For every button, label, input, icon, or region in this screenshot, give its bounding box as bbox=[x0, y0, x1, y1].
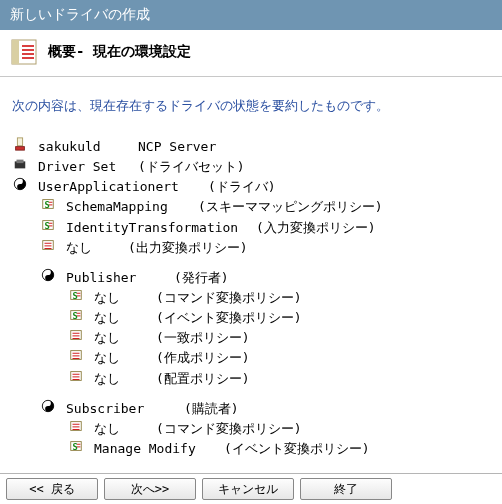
policy-icon bbox=[68, 369, 88, 385]
tree-row: S なし (イベント変換ポリシー) bbox=[12, 308, 490, 328]
policy-name: なし bbox=[94, 328, 156, 348]
yinyang-icon bbox=[40, 399, 60, 415]
title-text: 新しいドライバの作成 bbox=[10, 6, 150, 24]
tree-row: なし (一致ポリシー) bbox=[12, 328, 490, 348]
policy-desc: (一致ポリシー) bbox=[156, 328, 250, 348]
header-row: 概要- 現在の環境設定 bbox=[0, 30, 502, 77]
svg-rect-1 bbox=[12, 40, 19, 64]
driver-name: UserApplicationert bbox=[38, 177, 208, 197]
driverset-icon bbox=[12, 157, 32, 173]
content-area: 次の内容は、現在存在するドライバの状態を要約したものです。 sakukuld N… bbox=[0, 77, 502, 459]
summary-tree: sakukuld NCP Server Driver Set (ドライバセット)… bbox=[12, 137, 490, 459]
script-icon bbox=[10, 38, 38, 66]
tree-row-subscriber: Subscriber (購読者) bbox=[12, 399, 490, 419]
publisher-name: Publisher bbox=[66, 268, 174, 288]
server-name: sakukuld bbox=[38, 137, 138, 157]
server-desc: NCP Server bbox=[138, 137, 216, 157]
policy-icon bbox=[68, 348, 88, 364]
back-button[interactable]: << 戻る bbox=[6, 478, 98, 500]
tree-row: S Manage Modify (イベント変換ポリシー) bbox=[12, 439, 490, 459]
policy-icon: S bbox=[68, 288, 88, 304]
policy-name: なし bbox=[94, 308, 156, 328]
tree-row-publisher: Publisher (発行者) bbox=[12, 268, 490, 288]
next-button[interactable]: 次へ>> bbox=[104, 478, 196, 500]
policy-icon: S bbox=[68, 439, 88, 455]
finish-button[interactable]: 終了 bbox=[300, 478, 392, 500]
server-icon bbox=[12, 137, 32, 153]
policy-icon bbox=[68, 419, 88, 435]
tree-row-server: sakukuld NCP Server bbox=[12, 137, 490, 157]
policy-icon bbox=[68, 328, 88, 344]
cancel-button[interactable]: キャンセル bbox=[202, 478, 294, 500]
policy-name: IdentityTransformation bbox=[66, 218, 256, 238]
policy-icon bbox=[40, 238, 60, 254]
policy-name: なし bbox=[94, 288, 156, 308]
tree-row: S なし (コマンド変換ポリシー) bbox=[12, 288, 490, 308]
subscriber-desc: (購読者) bbox=[184, 399, 239, 419]
tree-row: S IdentityTransformation (入力変換ポリシー) bbox=[12, 218, 490, 238]
header-text: 概要- 現在の環境設定 bbox=[48, 43, 191, 61]
policy-desc: (配置ポリシー) bbox=[156, 369, 250, 389]
policy-desc: (イベント変換ポリシー) bbox=[156, 308, 302, 328]
tree-row: なし (出力変換ポリシー) bbox=[12, 238, 490, 258]
policy-icon: S bbox=[40, 197, 60, 213]
policy-icon: S bbox=[68, 308, 88, 324]
policy-name: Manage Modify bbox=[94, 439, 224, 459]
policy-name: なし bbox=[94, 369, 156, 389]
policy-desc: (イベント変換ポリシー) bbox=[224, 439, 370, 459]
policy-name: なし bbox=[66, 238, 128, 258]
policy-desc: (入力変換ポリシー) bbox=[256, 218, 376, 238]
policy-name: なし bbox=[94, 419, 156, 439]
policy-desc: (出力変換ポリシー) bbox=[128, 238, 248, 258]
tree-row-driver: UserApplicationert (ドライバ) bbox=[12, 177, 490, 197]
intro-text: 次の内容は、現在存在するドライバの状態を要約したものです。 bbox=[12, 97, 490, 115]
policy-name: SchemaMapping bbox=[66, 197, 198, 217]
yinyang-icon bbox=[40, 268, 60, 284]
svg-rect-9 bbox=[17, 160, 24, 164]
policy-desc: (スキーママッピングポリシー) bbox=[198, 197, 383, 217]
tree-row-driverset: Driver Set (ドライバセット) bbox=[12, 157, 490, 177]
tree-row: S SchemaMapping (スキーママッピングポリシー) bbox=[12, 197, 490, 217]
svg-rect-6 bbox=[17, 138, 22, 146]
subscriber-name: Subscriber bbox=[66, 399, 184, 419]
policy-name: なし bbox=[94, 348, 156, 368]
policy-icon: S bbox=[40, 218, 60, 234]
driverset-name: Driver Set bbox=[38, 157, 138, 177]
policy-desc: (コマンド変換ポリシー) bbox=[156, 419, 302, 439]
driverset-desc: (ドライバセット) bbox=[138, 157, 245, 177]
policy-desc: (コマンド変換ポリシー) bbox=[156, 288, 302, 308]
tree-row: なし (コマンド変換ポリシー) bbox=[12, 419, 490, 439]
policy-desc: (作成ポリシー) bbox=[156, 348, 250, 368]
title-bar: 新しいドライバの作成 bbox=[0, 0, 502, 30]
tree-row: なし (配置ポリシー) bbox=[12, 369, 490, 389]
button-bar: << 戻る 次へ>> キャンセル 終了 bbox=[0, 473, 502, 504]
driver-desc: (ドライバ) bbox=[208, 177, 276, 197]
publisher-desc: (発行者) bbox=[174, 268, 229, 288]
svg-rect-7 bbox=[16, 147, 25, 151]
tree-row: なし (作成ポリシー) bbox=[12, 348, 490, 368]
yinyang-icon bbox=[12, 177, 32, 193]
